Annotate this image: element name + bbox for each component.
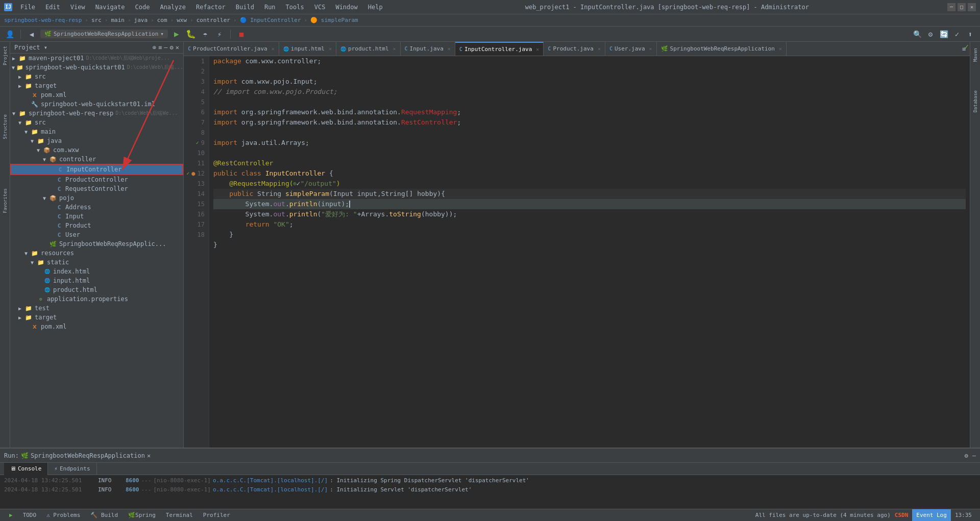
- tree-item-src2[interactable]: ▼ 📁 src: [10, 118, 183, 127]
- tree-item-com-wxw[interactable]: ▼ 📦 com.wxw: [10, 145, 183, 155]
- tab-spring-app[interactable]: 🌿 SpringbootWebReqRespApplication ✕: [657, 42, 787, 56]
- sidebar-tab-project[interactable]: Project: [2, 42, 9, 69]
- menu-help[interactable]: Help: [364, 3, 387, 12]
- tree-item-app-props[interactable]: ⚙ application.properties: [10, 294, 183, 304]
- tab-user-java[interactable]: C User.java ✕: [605, 42, 657, 56]
- tab-product-java[interactable]: C Product.java ✕: [544, 42, 605, 56]
- tree-settings-icon[interactable]: ⚙: [170, 44, 174, 51]
- tree-item-main[interactable]: ▼ 📁 main: [10, 127, 183, 136]
- tree-item-java[interactable]: ▼ 📁 java: [10, 136, 183, 145]
- menu-view[interactable]: View: [66, 3, 89, 12]
- tab-close-input-java[interactable]: ✕: [448, 46, 451, 52]
- vcs-push[interactable]: ⬆: [965, 29, 976, 40]
- menu-refactor[interactable]: Refactor: [192, 3, 230, 12]
- tree-item-input-html[interactable]: 🌐 input.html: [10, 276, 183, 285]
- menu-edit[interactable]: Edit: [41, 3, 64, 12]
- run-settings-btn[interactable]: ⚙: [965, 452, 968, 459]
- menu-file[interactable]: File: [16, 3, 39, 12]
- tree-item-static[interactable]: ▼ 📁 static: [10, 258, 183, 267]
- tree-item-target2[interactable]: ▶ 📁 target: [10, 313, 183, 322]
- close-button[interactable]: ✕: [968, 3, 976, 11]
- status-run-btn[interactable]: ▶ ▶ TODO: [4, 509, 18, 522]
- right-tab-database[interactable]: Database: [972, 86, 979, 116]
- menu-build[interactable]: Build: [232, 3, 258, 12]
- tree-item-product-controller[interactable]: C ProductController: [10, 175, 183, 184]
- tree-expand-icon[interactable]: ≡: [158, 44, 162, 51]
- debug-button[interactable]: 🐛: [185, 29, 197, 40]
- status-profiler[interactable]: Profiler: [198, 509, 235, 522]
- vcs-update[interactable]: 🔄: [938, 29, 949, 40]
- tree-item-pom1[interactable]: 𝗫 pom.xml: [10, 90, 183, 100]
- tree-item-test[interactable]: ▶ 📁 test: [10, 304, 183, 313]
- tree-item-index-html[interactable]: 🌐 index.html: [10, 267, 183, 276]
- tab-product-html[interactable]: 🌐 product.html ✕: [336, 42, 401, 56]
- status-spring[interactable]: 🌿 Spring: [123, 509, 161, 522]
- breadcrumb-item[interactable]: springboot-web-req-resp: [4, 17, 82, 23]
- tab-close-spring-app[interactable]: ✕: [779, 46, 782, 52]
- tree-item-iml[interactable]: 🔧 springboot-web-quickstart01.iml: [10, 100, 183, 109]
- bottom-tab-console[interactable]: 🖥 Console: [4, 463, 48, 475]
- breadcrumb-item[interactable]: src: [91, 17, 102, 23]
- tab-close-user-java[interactable]: ✕: [649, 46, 652, 52]
- tree-collapse-icon[interactable]: —: [164, 44, 167, 51]
- profile-button[interactable]: ⚡: [214, 29, 225, 40]
- breadcrumb-item[interactable]: com: [157, 17, 167, 23]
- tab-input-html[interactable]: 🌐 input.html ✕: [279, 42, 336, 56]
- menu-code[interactable]: Code: [131, 3, 154, 12]
- tree-item-input-controller[interactable]: C InputController: [10, 164, 183, 175]
- tree-item-req-resp[interactable]: ▼ 📁 springboot-web-req-resp D:\code\Web\…: [10, 109, 183, 118]
- tree-item-product[interactable]: C Product: [10, 221, 183, 230]
- tab-input-controller[interactable]: C InputController.java ✕: [455, 42, 544, 56]
- tree-item-pom2[interactable]: 𝗫 pom.xml: [10, 322, 183, 331]
- breadcrumb-item[interactable]: main: [111, 17, 125, 23]
- breadcrumb-item[interactable]: java: [134, 17, 148, 23]
- vcs-commit[interactable]: ✓: [951, 29, 963, 40]
- status-terminal[interactable]: Terminal: [161, 509, 198, 522]
- sidebar-tab-structure[interactable]: Structure: [2, 110, 9, 143]
- menu-vcs[interactable]: VCS: [310, 3, 330, 12]
- tree-item-address[interactable]: C Address: [10, 203, 183, 212]
- tab-close-product-java[interactable]: ✕: [598, 46, 601, 52]
- minimize-button[interactable]: ─: [947, 3, 955, 11]
- menu-analyze[interactable]: Analyze: [156, 3, 190, 12]
- breadcrumb-method[interactable]: 🟠 simpleParam: [310, 17, 358, 23]
- toolbar-back[interactable]: ◀: [26, 29, 37, 40]
- status-todo[interactable]: TODO: [18, 509, 42, 522]
- settings-button[interactable]: ⚙: [925, 29, 936, 40]
- code-content[interactable]: package com.wxw.controller; import com.w…: [209, 56, 970, 448]
- menu-navigate[interactable]: Navigate: [91, 3, 129, 12]
- tab-close-input-html[interactable]: ✕: [329, 46, 332, 52]
- tree-item-quickstart[interactable]: ▼ 📁 springboot-web-quickstart01 D:\code\…: [10, 63, 183, 72]
- tab-product-controller[interactable]: C ProductController.java ✕: [184, 42, 279, 56]
- tree-item-product-html[interactable]: 🌐 product.html: [10, 285, 183, 294]
- breadcrumb-item[interactable]: wxw: [177, 17, 187, 23]
- tree-item-target1[interactable]: ▶ 📁 target: [10, 81, 183, 90]
- menu-run[interactable]: Run: [260, 3, 280, 12]
- tree-item-src1[interactable]: ▶ 📁 src: [10, 72, 183, 81]
- code-editor[interactable]: 1 2 3 4 5 6 7 8 ✓ 9 10 11 ✓ ●: [184, 56, 970, 448]
- tab-input-java[interactable]: C Input.java ✕: [401, 42, 455, 56]
- toolbar-navigate-back[interactable]: 👤: [4, 29, 15, 40]
- run-close-btn[interactable]: —: [972, 452, 976, 459]
- tree-item-springboot-app[interactable]: 🌿 SpringbootWebReqRespApplic...: [10, 239, 183, 249]
- tree-item-controller[interactable]: ▼ 📦 controller: [10, 155, 183, 164]
- coverage-button[interactable]: ☂: [200, 29, 211, 40]
- menu-tools[interactable]: Tools: [282, 3, 308, 12]
- stop-button[interactable]: ■: [236, 29, 247, 40]
- maximize-button[interactable]: □: [958, 3, 966, 11]
- right-tab-maven[interactable]: Maven: [972, 44, 979, 66]
- tab-close-input-controller[interactable]: ✕: [536, 46, 539, 52]
- breadcrumb-class[interactable]: 🔵 InputController: [240, 17, 301, 23]
- bottom-tab-endpoints[interactable]: ⚡ Endpoints: [48, 463, 96, 475]
- status-problems[interactable]: ⚠ Problems: [41, 509, 85, 522]
- event-log-btn[interactable]: Event Log: [912, 509, 951, 522]
- tree-item-resources[interactable]: ▼ 📁 resources: [10, 249, 183, 258]
- menu-window[interactable]: Window: [331, 3, 361, 12]
- tree-item-maven[interactable]: ▶ 📁 maven-project01 D:\code\Web\后端Web\pr…: [10, 54, 183, 63]
- search-everywhere[interactable]: 🔍: [912, 29, 923, 40]
- tree-item-request-controller[interactable]: C RequestController: [10, 184, 183, 193]
- tree-item-pojo[interactable]: ▼ 📦 pojo: [10, 193, 183, 203]
- run-configuration[interactable]: 🌿 SpringbootWebReqRespApplication ▾: [40, 30, 168, 38]
- tree-item-input[interactable]: C Input: [10, 212, 183, 221]
- run-button[interactable]: ▶: [171, 29, 182, 40]
